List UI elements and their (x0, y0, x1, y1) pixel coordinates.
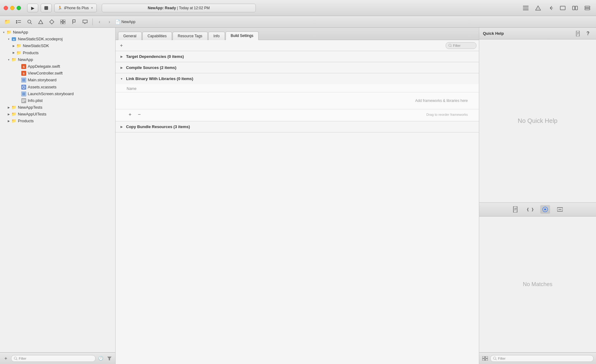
phase-label-compile-sources: Compile Sources (2 items) (126, 65, 176, 70)
phase-label-target-dependencies: Target Dependencies (0 items) (126, 54, 184, 59)
svg-point-43 (449, 44, 451, 47)
close-button[interactable] (4, 6, 8, 10)
stop-button[interactable] (41, 4, 52, 12)
back-button[interactable]: ‹ (95, 18, 104, 26)
framework-remove-button[interactable]: − (136, 111, 143, 118)
framework-buttons: + − Drag to reorder frameworks (116, 109, 479, 120)
inspector-icons-bar: { } (479, 203, 596, 216)
disclosure-newstaticsdk-folder[interactable]: ▶ (11, 43, 16, 48)
sidebar-filter-box[interactable]: Filter (11, 355, 96, 362)
folder-icon-button[interactable]: 📁 (2, 18, 12, 26)
framework-add-button[interactable]: + (127, 111, 133, 118)
forward-button[interactable]: › (105, 18, 114, 26)
svg-rect-32 (21, 85, 26, 90)
disclosure-copy-bundle[interactable]: ▶ (119, 125, 124, 129)
tab-build-settings[interactable]: Build Settings (226, 31, 259, 40)
phase-header-target-dependencies[interactable]: ▶ Target Dependencies (0 items) (116, 51, 479, 62)
tree-item-newapp-group[interactable]: ▾ 📁 NewApp (0, 56, 115, 63)
search-icon-button[interactable] (25, 18, 35, 26)
split-h-editor-icon-button[interactable] (570, 4, 580, 12)
maximize-button[interactable] (17, 6, 21, 10)
tab-info-label: Info (214, 34, 220, 38)
minimize-button[interactable] (10, 6, 14, 10)
svg-rect-22 (63, 22, 65, 24)
disclosure-target-dependencies[interactable]: ▶ (119, 55, 124, 59)
svg-rect-58 (485, 356, 488, 358)
breadcrumb-icon: 📄 (115, 19, 120, 24)
sidebar-filter-icon-button[interactable] (106, 355, 113, 362)
run-button[interactable]: ▶ (27, 4, 38, 12)
tab-general-label: General (123, 34, 137, 38)
tab-info[interactable]: Info (208, 32, 225, 40)
breadcrumb[interactable]: 📄 NewApp (115, 19, 135, 24)
disclosure-link-binary[interactable]: ▾ (119, 77, 124, 81)
tree-item-launchscreen[interactable]: LaunchScreen.storyboard (0, 91, 115, 97)
list-icon-button[interactable] (14, 18, 23, 26)
tree-item-assets[interactable]: Assets.xcassets (0, 84, 115, 91)
tab-general[interactable]: General (118, 32, 142, 40)
structure-icon-button[interactable] (521, 4, 531, 12)
svg-rect-6 (560, 6, 565, 10)
warning-small-icon-button[interactable] (36, 18, 46, 26)
sidebar-add-button[interactable]: + (2, 355, 9, 362)
warning-icon-button[interactable]: ! (533, 4, 543, 12)
back-nav-icon-button[interactable] (545, 4, 555, 12)
sidebar-content: ▾ 📁 NewApp ▾ A NewStaticSDK.xcodeproj ▶ … (0, 28, 115, 352)
svg-rect-60 (485, 359, 488, 361)
disclosure-newapp-root[interactable]: ▾ (1, 30, 6, 35)
scheme-selector[interactable]: 🏃 iPhone 6s Plus ▼ (54, 4, 97, 12)
tree-item-newstaticsdk-folder[interactable]: ▶ 📁 NewStaticSDK (0, 42, 115, 49)
tree-item-newapptests[interactable]: ▶ 📁 NewAppTests (0, 104, 115, 111)
svg-point-61 (493, 357, 496, 359)
file-doc-icon-button[interactable] (574, 29, 582, 38)
phases-filter-box[interactable]: Filter (446, 42, 476, 49)
question-mark-icon-button[interactable]: ? (584, 29, 592, 38)
single-editor-icon-button[interactable] (558, 4, 568, 12)
phase-header-copy-bundle[interactable]: ▶ Copy Bundle Resources (3 items) (116, 121, 479, 132)
disclosure-infoplist (16, 98, 21, 103)
right-panel-bottom-toolbar: Filter (479, 352, 596, 364)
disclosure-products-1[interactable]: ▶ (11, 51, 16, 55)
phases-toolbar: + Filter (116, 40, 479, 51)
tab-resource-tags[interactable]: Resource Tags (173, 32, 208, 40)
grid-icon-button[interactable] (58, 18, 68, 26)
disclosure-newapp-group[interactable]: ▾ (6, 57, 11, 62)
disclosure-compile-sources[interactable]: ▶ (119, 66, 124, 70)
split-v-editor-icon-button[interactable] (582, 4, 592, 12)
phases-filter-placeholder: Filter (453, 44, 460, 47)
disclosure-newapptests[interactable]: ▶ (6, 105, 11, 110)
traffic-lights (4, 6, 21, 10)
disclosure-newappuitests[interactable]: ▶ (6, 112, 11, 117)
tree-item-products-1[interactable]: ▶ 📁 Products (0, 50, 115, 56)
file-inspector-icon-button[interactable] (511, 205, 520, 214)
disclosure-newstaticsdkproj[interactable]: ▾ (6, 37, 11, 42)
breadcrumb-label: NewApp (121, 20, 135, 24)
object-inspector-icon-button[interactable] (540, 205, 550, 214)
disclosure-products-2[interactable]: ▶ (6, 119, 11, 124)
comment-icon-button[interactable] (80, 18, 90, 26)
phase-header-compile-sources[interactable]: ▶ Compile Sources (2 items) (116, 62, 479, 73)
code-inspector-icon-button[interactable]: { } (525, 205, 535, 214)
sidebar-clock-icon-button[interactable]: 🕐 (97, 355, 104, 362)
svg-rect-38 (22, 100, 26, 101)
tree-item-newappuitests[interactable]: ▶ 📁 NewAppUITests (0, 111, 115, 118)
no-quick-help-area: No Quick Help (479, 39, 596, 202)
tree-label-newstaticsdk-folder: NewStaticSDK (23, 43, 49, 49)
right-panel-filter-box[interactable]: Filter (490, 355, 594, 362)
diamond-icon-button[interactable] (47, 18, 57, 26)
tree-item-newapp-root[interactable]: ▾ 📁 NewApp (0, 29, 115, 36)
tab-capabilities[interactable]: Capabilities (142, 32, 172, 40)
tree-item-newstaticsdkproj[interactable]: ▾ A NewStaticSDK.xcodeproj (0, 36, 115, 42)
no-matches-area: No Matches (479, 216, 596, 352)
flag-icon-button[interactable] (69, 18, 79, 26)
attributes-inspector-icon-button[interactable] (555, 205, 565, 214)
tree-item-products-2[interactable]: ▶ 📁 Products (0, 118, 115, 124)
tree-item-infoplist[interactable]: Info.plist (0, 97, 115, 104)
phases-add-button[interactable]: + (118, 42, 125, 49)
tree-item-appdelegate[interactable]: S AppDelegate.swift (0, 63, 115, 70)
tree-item-mainstoryboard[interactable]: Main.storyboard (0, 77, 115, 83)
add-placeholder-label: Add frameworks & libraries here (415, 99, 468, 103)
phase-header-link-binary[interactable]: ▾ Link Binary With Libraries (0 items) (116, 73, 479, 84)
right-panel-grid-icon-button[interactable] (482, 355, 488, 362)
tree-item-viewcontroller[interactable]: S ViewController.swift (0, 70, 115, 77)
